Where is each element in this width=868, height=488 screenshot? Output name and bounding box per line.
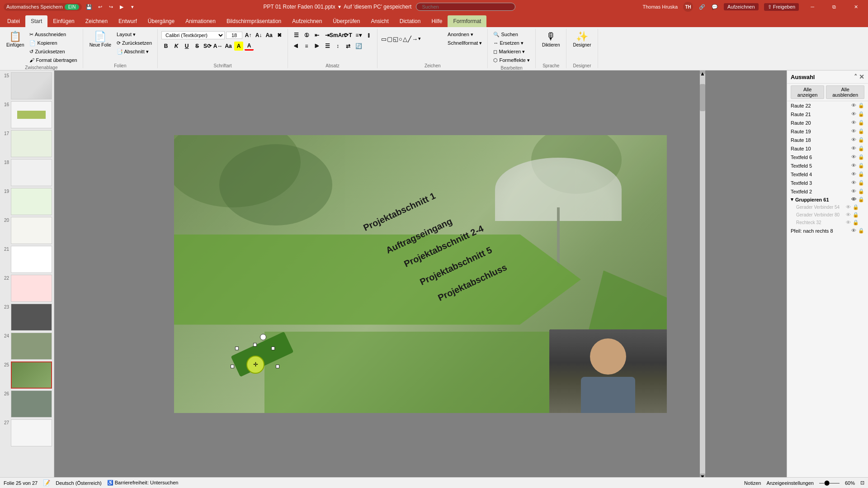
panel-item-textfeld2[interactable]: Textfeld 2 👁 🔒 (787, 187, 868, 196)
panel-item-pfeil8[interactable]: Pfeil: nach rechts 8 👁 🔒 (787, 226, 868, 235)
slide-thumb-18[interactable]: 18 (2, 159, 52, 186)
select-button[interactable]: ◻ Markieren ▾ (491, 48, 532, 56)
smartart-button[interactable]: SmArt (333, 31, 342, 40)
lock-icon-v54[interactable]: 🔒 (853, 204, 859, 210)
search-input[interactable] (416, 3, 515, 11)
shape-rect[interactable]: ▭ (381, 36, 387, 42)
slide-thumb-21[interactable]: 21 (2, 246, 52, 273)
replace-button[interactable]: ↔ Ersetzen ▾ (491, 39, 532, 47)
scroll-up-arrow[interactable]: ▲ (700, 70, 705, 74)
numbering-button[interactable]: ① (302, 31, 311, 40)
handle-tl[interactable] (235, 347, 239, 350)
panel-item-textfeld4[interactable]: Textfeld 4 👁 🔒 (787, 170, 868, 178)
handle-br[interactable] (276, 365, 279, 368)
font-size-input[interactable] (226, 32, 242, 39)
panel-item-raute18[interactable]: Raute 18 👁 🔒 (787, 136, 868, 144)
tab-uebergaenge[interactable]: Übergänge (142, 15, 180, 27)
clear-format-button[interactable]: ✖ (275, 31, 284, 40)
undo-icon[interactable]: ↩ (96, 3, 104, 10)
tab-start[interactable]: Start (25, 15, 47, 27)
save-icon[interactable]: 💾 (85, 3, 93, 10)
shape-circle[interactable]: ○ (399, 36, 402, 42)
line-spacing-button[interactable]: ↕ (333, 42, 342, 51)
visibility-icon-tf6[interactable]: 👁 (851, 154, 856, 160)
align-text-button[interactable]: ≡▾ (354, 31, 363, 40)
scroll-down-arrow[interactable]: ▼ (700, 474, 705, 477)
slide-thumb-19[interactable]: 19 (2, 188, 52, 215)
visibility-icon-tf4[interactable]: 👁 (851, 171, 856, 177)
tab-dictation[interactable]: Dictation (394, 15, 426, 27)
tab-hilfe[interactable]: Hilfe (426, 15, 448, 27)
lock-icon-raute18[interactable]: 🔒 (858, 137, 864, 143)
hide-all-button[interactable]: Alle ausblenden (826, 85, 864, 99)
panel-close-icon[interactable]: ✕ (859, 73, 864, 80)
visibility-icon-tf3[interactable]: 👁 (851, 180, 856, 186)
handle-bl[interactable] (231, 365, 234, 368)
font-color-aa-button[interactable]: Aa (224, 42, 233, 51)
search-button[interactable]: 🔍 Suchen (491, 31, 532, 38)
show-all-button[interactable]: Alle anzeigen (791, 85, 824, 99)
tab-entwurf[interactable]: Entwurf (113, 15, 142, 27)
strikethrough-button[interactable]: S (193, 42, 202, 51)
panel-item-raute10[interactable]: Raute 10 👁 🔒 (787, 144, 868, 153)
visibility-icon-raute22[interactable]: 👁 (851, 103, 856, 108)
slide-thumb-20[interactable]: 20 (2, 217, 52, 244)
scroll-thumb[interactable] (700, 84, 705, 111)
tab-praesentation[interactable]: Bildschirmpräsentation (221, 15, 287, 27)
shape-arrow[interactable]: → (412, 36, 418, 42)
font-color-button[interactable]: A (245, 42, 254, 51)
font-case-button[interactable]: Aa (264, 31, 274, 40)
panel-sub-verbinder54[interactable]: Gerader Verbinder 54 👁 🔒 (787, 203, 868, 211)
reset-button[interactable]: ↺ Zurücksetzen (28, 48, 79, 56)
panel-item-raute22[interactable]: Raute 22 👁 🔒 (787, 101, 868, 110)
tab-datei[interactable]: Datei (2, 15, 25, 27)
accessibility-label[interactable]: ♿ Barrierefreiheit: Untersuchen (107, 480, 179, 486)
shadow-button[interactable]: S⟳ (203, 42, 212, 51)
visibility-icon-raute19[interactable]: 👁 (851, 128, 856, 134)
highlight-button[interactable]: A (234, 42, 243, 51)
format-copy-button[interactable]: 🖌 Format übertragen (28, 56, 79, 64)
comments-icon[interactable]: 💬 (711, 3, 718, 10)
format-effects-button[interactable]: ⬡ Formeffekte ▾ (491, 56, 532, 64)
layout-button[interactable]: Layout ▾ (115, 31, 154, 38)
canvas-area[interactable]: Projektabschnitt 1 Auftragseingang Proje… (54, 70, 787, 477)
increase-font-button[interactable]: A↑ (244, 31, 253, 40)
visibility-icon-tf2[interactable]: 👁 (851, 188, 856, 194)
visibility-icon-v80[interactable]: 👁 (846, 212, 851, 218)
tab-formformat[interactable]: Formformat (448, 15, 486, 27)
lock-icon-tf3[interactable]: 🔒 (858, 180, 864, 186)
panel-item-raute19[interactable]: Raute 19 👁 🔒 (787, 127, 868, 136)
underline-button[interactable]: U (182, 42, 191, 51)
section-button[interactable]: 📑 Abschnitt ▾ (115, 48, 154, 56)
shape-more[interactable]: ▾ (418, 36, 421, 42)
close-button[interactable]: ✕ (848, 0, 864, 14)
panel-group-61[interactable]: ▾ Gruppieren 61 👁 🔒 (787, 196, 868, 203)
decrease-font-button[interactable]: A↓ (254, 31, 263, 40)
lock-icon-tf4[interactable]: 🔒 (858, 171, 864, 177)
slide-thumb-16[interactable]: 16 (2, 101, 52, 128)
panel-item-textfeld5[interactable]: Textfeld 5 👁 🔒 (787, 161, 868, 170)
quick-styles-button[interactable]: Schnellformat ▾ (446, 39, 484, 47)
panel-item-textfeld6[interactable]: Textfeld 6 👁 🔒 (787, 153, 868, 161)
paste-button[interactable]: 📋 Einfügen (4, 31, 27, 48)
reset-slide-button[interactable]: ⟳ Zurücksetzen (115, 39, 154, 47)
font-family-select[interactable]: Calibri (Textkörper) (161, 31, 225, 39)
panel-collapse-icon[interactable]: ˄ (854, 73, 857, 80)
copy-button[interactable]: 📄 Kopieren (28, 39, 79, 47)
lock-icon-raute19[interactable]: 🔒 (858, 128, 864, 134)
panel-sub-rechteck32[interactable]: Rechteck 32 👁 🔒 (787, 219, 868, 226)
restore-button[interactable]: ⧉ (826, 0, 842, 14)
align-right-button[interactable]: ⫸ (312, 42, 321, 51)
visibility-icon-raute21[interactable]: 👁 (851, 111, 856, 117)
lock-icon-v80[interactable]: 🔒 (853, 212, 859, 218)
handle-tr[interactable] (271, 347, 275, 350)
visibility-icon-v54[interactable]: 👁 (846, 204, 851, 210)
cut-button[interactable]: ✂ Ausschneiden (28, 31, 79, 38)
bold-button[interactable]: B (161, 42, 170, 51)
tab-ansicht[interactable]: Ansicht (365, 15, 394, 27)
paragraph-dir-button[interactable]: ⇄ (344, 42, 353, 51)
columns-button[interactable]: ⫿ (364, 31, 373, 40)
lock-icon-tf6[interactable]: 🔒 (858, 154, 864, 160)
rotate-handle[interactable] (260, 334, 266, 340)
panel-item-textfeld3[interactable]: Textfeld 3 👁 🔒 (787, 178, 868, 187)
